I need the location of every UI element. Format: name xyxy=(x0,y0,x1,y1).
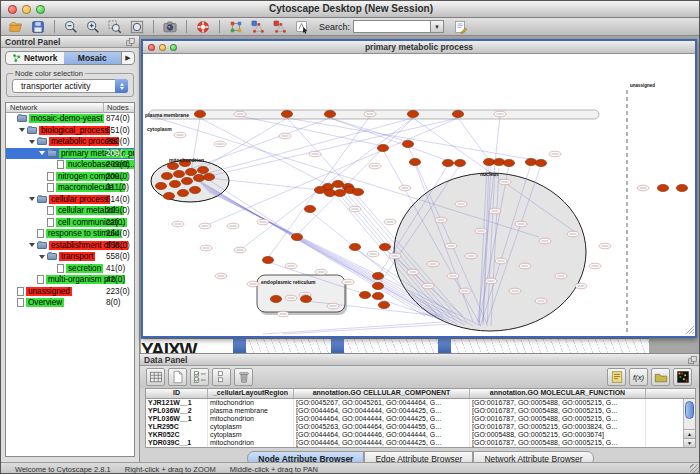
graph-node[interactable] xyxy=(324,189,335,196)
graph-node[interactable] xyxy=(181,177,192,184)
zoom-fit-icon[interactable] xyxy=(127,19,147,35)
view-resize-grip[interactable] xyxy=(692,332,694,334)
graph-node[interactable] xyxy=(525,158,536,165)
tree-row[interactable]: macromolecule ...311(0) xyxy=(6,182,134,194)
snapshot-icon[interactable] xyxy=(160,19,180,35)
select-attributes-icon[interactable] xyxy=(190,368,209,386)
tab-network[interactable]: Network xyxy=(6,52,64,64)
combobox-stepper-icon[interactable] xyxy=(115,79,128,93)
background-window-fragment[interactable] xyxy=(451,338,649,353)
background-window-fragment[interactable] xyxy=(344,338,438,353)
table-grid-icon[interactable] xyxy=(146,368,165,386)
tree-row[interactable]: biological_process651(0) xyxy=(6,125,134,137)
table-column-header[interactable]: annotation.GO CELLULAR_COMPONENT xyxy=(294,389,470,398)
table-row[interactable]: YPL036W__2plasma membrane[GO:0044464, GO… xyxy=(146,407,695,415)
graph-node[interactable] xyxy=(409,158,420,165)
graph-node[interactable] xyxy=(177,189,188,196)
table-row[interactable]: YDR039C__1mitochondrion[GO:0044464, GO:0… xyxy=(146,439,695,447)
graph-node[interactable] xyxy=(676,184,687,191)
table-column-header[interactable]: _cellularLayoutRegion xyxy=(208,389,294,398)
graph-node[interactable] xyxy=(281,110,292,117)
graph-node[interactable] xyxy=(493,158,504,165)
edit-network-red-icon[interactable] xyxy=(270,19,290,35)
graph-node[interactable] xyxy=(378,301,389,308)
zoom-in-icon[interactable] xyxy=(83,19,103,35)
graph-node[interactable] xyxy=(402,140,413,147)
float-panel-icon[interactable] xyxy=(687,355,698,365)
graph-node[interactable] xyxy=(167,162,178,169)
expand-arrow-icon[interactable] xyxy=(39,151,45,155)
save-icon[interactable] xyxy=(28,19,48,35)
graph-node[interactable] xyxy=(169,180,180,187)
window-resize-grip[interactable] xyxy=(690,464,700,474)
graph-node[interactable] xyxy=(270,295,281,302)
layout-settings-icon[interactable] xyxy=(226,19,246,35)
tree-row[interactable]: primary metabolic process209(... xyxy=(6,148,134,160)
graph-node[interactable] xyxy=(372,272,383,279)
graph-node[interactable] xyxy=(332,180,343,187)
table-column-header[interactable]: ID xyxy=(146,389,208,398)
graph-node[interactable] xyxy=(442,159,453,166)
expand-arrow-icon[interactable] xyxy=(29,243,35,247)
edit-network-blue-icon[interactable] xyxy=(248,19,268,35)
tree-row[interactable]: cellular metabol...209(0) xyxy=(6,205,134,217)
table-row[interactable]: YKR052Ccytoplasm[GO:0044464, GO:0044446,… xyxy=(146,431,695,439)
expand-arrow-icon[interactable] xyxy=(19,128,25,132)
scroll-up-icon[interactable]: ▲ xyxy=(684,429,695,438)
tree-row[interactable]: transport558(0) xyxy=(6,251,134,263)
graph-node[interactable] xyxy=(155,182,166,189)
tree-row[interactable]: secretion41(0) xyxy=(6,263,134,275)
graph-node[interactable] xyxy=(349,243,360,250)
graph-node[interactable] xyxy=(372,292,383,299)
tree-row[interactable]: nucleobase-cont...209(0) xyxy=(6,159,134,171)
formula-icon[interactable]: f(x) xyxy=(629,368,648,386)
table-column-header[interactable]: annotation.GO MOLECULAR_FUNCTION xyxy=(470,389,646,398)
network-graph[interactable]: plasma membranecytoplasmmitochondrionnuc… xyxy=(143,54,695,336)
tree-row[interactable]: multi-organism pro...42(0) xyxy=(6,274,134,286)
open-file-icon[interactable] xyxy=(6,19,26,35)
graph-node[interactable] xyxy=(163,192,174,199)
delete-attribute-icon[interactable] xyxy=(234,368,253,386)
graph-node[interactable] xyxy=(334,189,345,196)
node-color-combobox[interactable]: transporter activity xyxy=(12,79,128,93)
tabs-overflow-button[interactable]: ▶ xyxy=(121,52,134,64)
graph-node[interactable] xyxy=(173,170,184,177)
new-attribute-icon[interactable] xyxy=(168,368,187,386)
graph-node[interactable] xyxy=(359,291,370,298)
zoom-out-icon[interactable] xyxy=(61,19,81,35)
graph-node[interactable] xyxy=(352,188,363,195)
heatmap-icon[interactable] xyxy=(673,368,692,386)
tree-row[interactable]: Overview8(0) xyxy=(6,297,134,309)
tree-row[interactable]: response to stimulu264(0) xyxy=(6,228,134,240)
network-view-titlebar[interactable]: primary metabolic process xyxy=(143,41,695,54)
background-window-fragment[interactable] xyxy=(246,338,331,353)
tree-row[interactable]: establishment of lo...558(0) xyxy=(6,240,134,252)
graph-node[interactable] xyxy=(194,110,205,117)
tree-row[interactable]: cellular process614(0) xyxy=(6,194,134,206)
graph-node[interactable] xyxy=(503,159,514,166)
tree-row[interactable]: cell communicati...22(0) xyxy=(6,217,134,229)
attribute-editor-icon[interactable] xyxy=(451,19,471,35)
background-window-edge[interactable] xyxy=(331,338,344,353)
background-window-fragment[interactable]: YAIXW xyxy=(141,338,233,353)
annotation-tool-icon[interactable] xyxy=(292,19,312,35)
graph-node[interactable] xyxy=(189,186,200,193)
zoom-selected-icon[interactable] xyxy=(105,19,125,35)
import-attributes-icon[interactable] xyxy=(651,368,670,386)
tree-row[interactable]: unassigned223(0) xyxy=(6,286,134,298)
attribute-form-icon[interactable] xyxy=(607,368,626,386)
graph-node[interactable] xyxy=(197,166,208,173)
graph-node[interactable] xyxy=(454,159,465,166)
background-window-edge[interactable] xyxy=(438,338,451,353)
network-canvas[interactable]: plasma membranecytoplasmmitochondrionnuc… xyxy=(143,54,695,336)
graph-node[interactable] xyxy=(304,205,315,212)
graph-node[interactable] xyxy=(535,159,546,166)
graph-node[interactable] xyxy=(324,110,335,117)
graph-node[interactable] xyxy=(379,243,390,250)
graph-node[interactable] xyxy=(483,158,494,165)
unselect-attributes-icon[interactable] xyxy=(212,368,231,386)
tree-row[interactable]: mosaic-demo-yeast874(0) xyxy=(6,113,134,125)
expand-arrow-icon[interactable] xyxy=(39,255,45,259)
window-titlebar[interactable]: Cytoscape Desktop (New Session) xyxy=(1,1,700,18)
background-window-edge[interactable] xyxy=(233,338,246,353)
